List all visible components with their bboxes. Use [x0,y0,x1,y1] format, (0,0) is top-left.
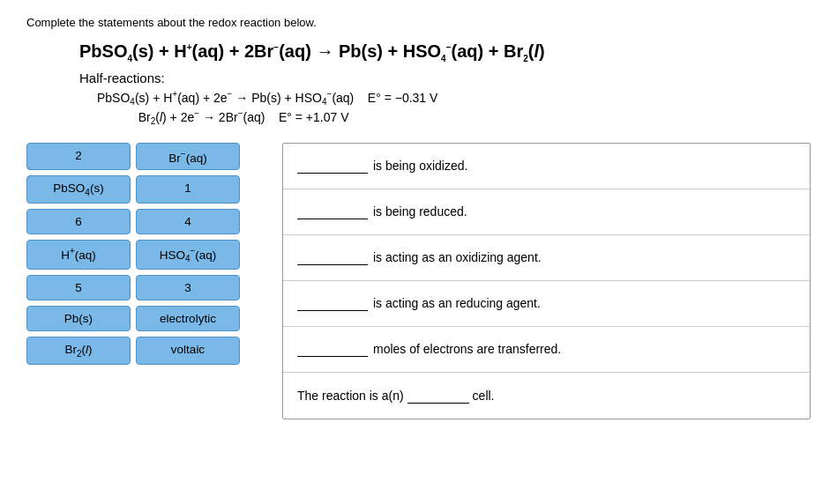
blank-moles[interactable] [297,341,368,357]
half-reaction-2: Br2(l) + 2e− → 2Br−(aq) E° = +1.07 V [97,108,811,126]
instructions: Complete the statements about the redox … [26,16,811,29]
drag-item-2[interactable]: 2 [26,143,131,171]
drag-item-pbso4[interactable]: PbSO4(s) [26,175,131,204]
drag-row-2: PbSO4(s) 1 [26,175,256,204]
drag-item-br2-l[interactable]: Br2(l) [26,337,131,365]
drag-row-3: 6 4 [26,209,256,234]
drag-row-1: 2 Br−(aq) [26,143,256,171]
half-reactions-label: Half-reactions: [79,70,811,85]
blank-cell[interactable] [407,388,469,404]
answer-row-oxidized: is being oxidized. [283,144,810,189]
answer-row-oxidizing-agent: is acting as an oxidizing agent. [283,235,810,281]
drag-item-hso4-aq[interactable]: HSO4−(aq) [136,240,240,270]
drag-row-7: Br2(l) voltaic [26,337,256,365]
drag-item-electrolytic[interactable]: electrolytic [136,306,240,331]
drag-row-4: H+(aq) HSO4−(aq) [26,240,256,270]
half-reaction-1: PbSO4(s) + H+(aq) + 2e− → Pb(s) + HSO4−(… [97,89,811,107]
drag-item-br-aq[interactable]: Br−(aq) [136,143,240,171]
answer-row-reducing-agent: is acting as an reducing agent. [283,281,810,327]
answer-row-cell: The reaction is a(n) cell. [283,373,810,419]
answer-row-moles: moles of electrons are transferred. [283,327,810,373]
drag-item-5[interactable]: 5 [26,275,131,300]
blank-reduced[interactable] [297,204,368,219]
label-cell-suffix: cell. [473,389,495,403]
label-reducing-agent: is acting as an reducing agent. [373,296,541,310]
drag-item-h-aq[interactable]: H+(aq) [26,240,131,270]
drag-item-3[interactable]: 3 [136,275,240,300]
drag-item-1[interactable]: 1 [136,175,240,204]
answer-area: is being oxidized. is being reduced. is … [282,143,811,419]
drag-item-voltaic[interactable]: voltaic [136,337,240,365]
blank-reducing-agent[interactable] [297,295,368,311]
label-moles: moles of electrons are transferred. [373,342,561,356]
drag-items-container: 2 Br−(aq) PbSO4(s) 1 6 4 H+(aq) HSO4−(aq… [26,143,256,419]
label-oxidized: is being oxidized. [373,159,467,173]
drag-row-5: 5 3 [26,275,256,300]
drag-item-4[interactable]: 4 [136,209,240,234]
drag-item-pb-s[interactable]: Pb(s) [26,306,131,331]
label-reduced: is being reduced. [373,204,467,219]
drag-row-6: Pb(s) electrolytic [26,306,256,331]
drag-item-6[interactable]: 6 [26,209,131,234]
blank-oxidizing-agent[interactable] [297,249,368,265]
label-oxidizing-agent: is acting as an oxidizing agent. [373,250,542,264]
answer-row-reduced: is being reduced. [283,189,810,235]
label-cell-prefix: The reaction is a(n) [297,389,404,403]
blank-oxidized[interactable] [297,158,368,174]
main-equation: PbSO4(s) + H+(aq) + 2Br−(aq) → Pb(s) + H… [79,41,811,63]
